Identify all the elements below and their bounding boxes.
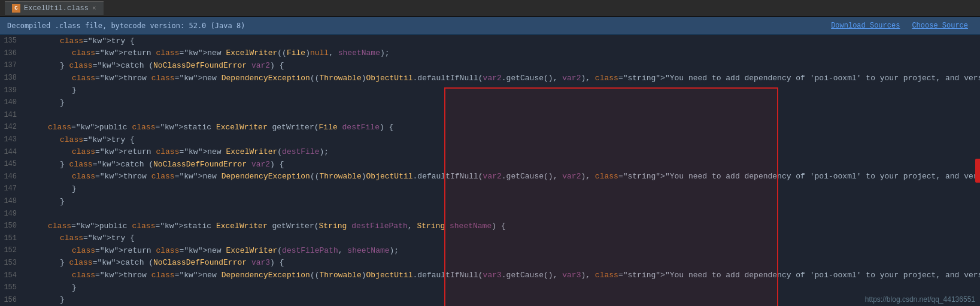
code-content xyxy=(31,209,41,218)
line-number: 143 xyxy=(0,135,22,144)
line-number: 147 xyxy=(0,184,22,193)
code-line-146: 146class="kw">throw class="kw">new Depen… xyxy=(0,171,980,183)
code-line-150: 150class="kw">public class="kw">static E… xyxy=(0,220,980,232)
line-number: 140 xyxy=(0,98,22,107)
line-number: 150 xyxy=(0,222,22,230)
code-content: class="kw">throw class="kw">new Dependen… xyxy=(31,271,980,280)
code-line-147: 147} xyxy=(0,183,980,195)
code-line-143: 143class="kw">try { xyxy=(0,134,980,146)
code-line-135: 135class="kw">try { xyxy=(0,35,980,47)
code-line-142: 142class="kw">public class="kw">static E… xyxy=(0,121,980,134)
line-number: 138 xyxy=(0,74,22,82)
code-content: } xyxy=(31,197,65,206)
code-content: } xyxy=(31,184,77,193)
tab-filename: ExcelUtil.class xyxy=(24,4,89,13)
line-number: 152 xyxy=(0,246,22,255)
line-number: 155 xyxy=(0,283,22,292)
line-number: 136 xyxy=(0,49,22,57)
title-bar: C ExcelUtil.class × xyxy=(0,0,980,17)
file-tab[interactable]: C ExcelUtil.class × xyxy=(5,1,104,15)
code-line-138: 138class="kw">throw class="kw">new Depen… xyxy=(0,72,980,84)
line-number: 142 xyxy=(0,123,22,131)
code-content: } xyxy=(31,86,77,95)
code-line-137: 137} class="kw">catch (NoClassDefFoundEr… xyxy=(0,59,980,72)
code-content: class="kw">throw class="kw">new Dependen… xyxy=(31,74,980,83)
code-content: class="kw">public class="kw">static Exce… xyxy=(31,222,506,231)
code-content: class="kw">public class="kw">static Exce… xyxy=(31,123,393,132)
code-line-140: 140} xyxy=(0,96,980,109)
line-number: 144 xyxy=(0,148,22,156)
code-line-144: 144class="kw">return class="kw">new Exce… xyxy=(0,146,980,158)
code-content: } class="kw">catch (NoClassDefFoundError… xyxy=(31,258,284,267)
code-content: } xyxy=(31,283,77,292)
line-number: 145 xyxy=(0,160,22,168)
code-content: class="kw">try { xyxy=(31,234,135,243)
line-number: 135 xyxy=(0,37,22,45)
line-number: 137 xyxy=(0,61,22,69)
code-line-154: 154class="kw">throw class="kw">new Depen… xyxy=(0,269,980,281)
code-line-156: 156} xyxy=(0,293,980,306)
download-sources-button[interactable]: Download Sources xyxy=(826,20,905,31)
code-line-141: 141 xyxy=(0,109,980,122)
code-content: class="kw">return class="kw">new ExcelWr… xyxy=(31,49,390,57)
line-number: 139 xyxy=(0,86,22,95)
line-number: 149 xyxy=(0,210,22,218)
code-line-155: 155} xyxy=(0,281,980,294)
line-number: 148 xyxy=(0,197,22,205)
code-line-145: 145} class="kw">catch (NoClassDefFoundEr… xyxy=(0,158,980,171)
code-content: } class="kw">catch (NoClassDefFoundError… xyxy=(31,160,284,169)
class-file-icon: C xyxy=(12,4,20,13)
line-number: 141 xyxy=(0,111,22,119)
code-content: class="kw">throw class="kw">new Dependen… xyxy=(31,172,980,181)
code-line-136: 136class="kw">return class="kw">new Exce… xyxy=(0,47,980,60)
code-line-139: 139} xyxy=(0,84,980,96)
info-bar: Decompiled .class file, bytecode version… xyxy=(0,17,980,35)
code-editor: 135class="kw">try {136class="kw">return … xyxy=(0,35,980,306)
choose-source-button[interactable]: Choose Source xyxy=(907,20,973,31)
line-number: 156 xyxy=(0,296,22,304)
code-content: class="kw">return class="kw">new ExcelWr… xyxy=(31,246,399,255)
line-number: 146 xyxy=(0,172,22,181)
code-line-153: 153} class="kw">catch (NoClassDefFoundEr… xyxy=(0,257,980,269)
right-scroll-hint xyxy=(975,159,980,183)
code-content xyxy=(31,110,41,119)
watermark: https://blog.csdn.net/qq_44136551 xyxy=(865,295,975,304)
line-number: 151 xyxy=(0,234,22,243)
lines-container: 135class="kw">try {136class="kw">return … xyxy=(0,35,980,306)
code-content: class="kw">try { xyxy=(31,37,135,46)
info-actions: Download Sources Choose Source xyxy=(826,20,973,31)
decompile-info: Decompiled .class file, bytecode version… xyxy=(7,22,245,30)
code-content: } class="kw">catch (NoClassDefFoundError… xyxy=(31,61,284,70)
code-line-149: 149 xyxy=(0,207,980,220)
line-number: 153 xyxy=(0,259,22,267)
code-content: } xyxy=(31,295,65,304)
code-line-148: 148} xyxy=(0,195,980,208)
code-content: } xyxy=(31,98,65,107)
code-line-151: 151class="kw">try { xyxy=(0,232,980,245)
tab-close-button[interactable]: × xyxy=(92,5,96,12)
line-number: 154 xyxy=(0,271,22,280)
code-line-152: 152class="kw">return class="kw">new Exce… xyxy=(0,244,980,257)
code-content: class="kw">return class="kw">new ExcelWr… xyxy=(31,147,329,156)
code-content: class="kw">try { xyxy=(31,135,135,144)
